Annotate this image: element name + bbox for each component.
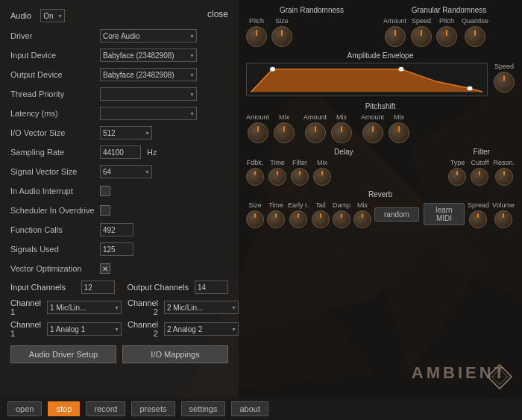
channel2b-select[interactable]: 2 Analog 2 (164, 322, 239, 336)
latency-label: Latency (ms) (10, 109, 100, 118)
delay-mix-label: Mix (317, 159, 327, 166)
audio-on-control: Audio On Off (10, 9, 65, 22)
input-channels-input[interactable] (81, 280, 115, 294)
filter-type-knob[interactable] (448, 168, 466, 186)
reverb-early-knob[interactable] (289, 210, 307, 228)
driver-select[interactable]: Core Audio (100, 29, 197, 43)
gran-amount-knob[interactable] (385, 26, 406, 47)
gran-amount-label: Amount (383, 17, 406, 25)
filter-cutoff-knob[interactable] (471, 168, 488, 186)
random-button[interactable]: random (374, 207, 419, 222)
reverb-time-label: Time (268, 201, 283, 209)
envelope-speed-knob[interactable] (494, 72, 515, 93)
delay-fdbk-group: Fdbk. (246, 159, 264, 186)
amplitude-envelope-title: Amplitude Envelope (246, 51, 515, 60)
delay-fdbk-label: Fdbk. (247, 159, 264, 166)
signal-vector-select[interactable]: 64 (100, 165, 152, 178)
close-button[interactable]: close (207, 9, 228, 19)
grain-pitch-knob[interactable] (246, 26, 267, 47)
open-button[interactable]: open (7, 401, 42, 416)
gran-quantise-label: Quantise (462, 17, 488, 25)
sampling-rate-input[interactable] (100, 145, 141, 159)
gran-quantise-knob[interactable] (465, 26, 485, 47)
reverb-early-group: Early r. (288, 201, 309, 228)
filter-reson-knob[interactable] (495, 168, 513, 186)
channel1b-select[interactable]: 1 Analog 1 (47, 322, 122, 336)
grain-size-knob[interactable] (271, 26, 292, 47)
ps-mix1-knob[interactable] (274, 122, 295, 143)
reverb-time-group: Time (267, 201, 285, 228)
ps-mix3-knob[interactable] (389, 122, 409, 143)
audio-label: Audio (10, 11, 31, 20)
record-button[interactable]: record (86, 401, 125, 416)
about-button[interactable]: about (231, 401, 268, 416)
delay-mix-group: Mix (313, 159, 331, 186)
gran-quantise-group: Quantise (462, 17, 488, 47)
thread-priority-select[interactable] (100, 87, 197, 101)
reverb-spread-label: Spread (468, 201, 489, 209)
audio-on-select[interactable]: On Off (40, 9, 65, 22)
reverb-mix-label: Mix (357, 201, 368, 209)
grain-size-group: Size (271, 17, 292, 47)
grain-randomness-section: Grain Randomness Pitch Size (246, 6, 377, 47)
ps-amount1-knob[interactable] (248, 122, 268, 143)
input-device-select[interactable]: Babyface (23482908) (100, 48, 197, 62)
function-calls-input[interactable] (100, 223, 133, 236)
reverb-spread-knob[interactable] (469, 210, 487, 228)
in-audio-interrupt-label: In Audio Interrupt (10, 187, 100, 195)
driver-setup-button[interactable]: Audio Driver Setup (10, 345, 116, 363)
ps-amount2-group: Amount (304, 113, 327, 143)
io-vector-select[interactable]: 512 (100, 126, 152, 140)
filter-type-group: Type (448, 159, 466, 186)
reverb-size-knob[interactable] (246, 210, 264, 228)
reverb-damp-knob[interactable] (333, 210, 350, 228)
settings-button[interactable]: settings (181, 401, 226, 416)
delay-filter-label: Filter (292, 159, 307, 166)
delay-filter-knob[interactable] (291, 168, 309, 186)
audio-panel: Audio On Off close Driver Core Audio (0, 0, 239, 398)
vector-opt-checkbox[interactable]: ✕ (100, 263, 110, 274)
learn-midi-button[interactable]: learn MIDI (424, 203, 465, 225)
gran-pitch-label: Pitch (439, 17, 454, 25)
reverb-time-knob[interactable] (267, 210, 285, 228)
function-calls-label: Function Calls (10, 225, 100, 234)
signal-vector-label: Signal Vector Size (10, 167, 100, 176)
channel2-select[interactable]: 2 Mic/Lin... (164, 301, 239, 314)
delay-time-knob[interactable] (268, 168, 286, 186)
granular-randomness-title: Granular Randomness (383, 6, 515, 14)
delay-title: Delay (246, 148, 441, 156)
reverb-volume-label: Volume (492, 201, 515, 209)
latency-select[interactable] (100, 107, 197, 120)
input-device-label: Input Device (10, 51, 100, 60)
io-mappings-button[interactable]: I/O Mappings (122, 345, 228, 363)
signals-used-input[interactable] (100, 242, 133, 256)
output-device-select[interactable]: Babyface (23482908) (100, 68, 197, 81)
channel1-select[interactable]: 1 Mic/Lin... (47, 301, 122, 314)
ps-mix2-knob[interactable] (331, 122, 352, 143)
envelope-speed-label: Speed (494, 63, 514, 70)
gran-speed-knob[interactable] (411, 26, 432, 47)
ps-mix3-group: Mix (389, 113, 409, 143)
in-audio-interrupt-checkbox[interactable] (100, 186, 110, 196)
delay-filter-group: Filter (291, 159, 309, 186)
gran-pitch-knob[interactable] (436, 26, 457, 47)
gran-speed-label: Speed (412, 17, 431, 25)
ps-amount2-knob[interactable] (305, 122, 326, 143)
delay-fdbk-knob[interactable] (246, 168, 264, 186)
delay-time-group: Time (268, 159, 286, 186)
presets-button[interactable]: presets (131, 401, 174, 416)
sampling-rate-label: Sampling Rate (10, 148, 100, 157)
grain-size-label: Size (275, 17, 289, 25)
stop-button[interactable]: stop (48, 401, 80, 416)
reverb-tail-knob[interactable] (312, 210, 330, 228)
scheduler-overdrive-checkbox[interactable] (100, 205, 110, 216)
reverb-volume-knob[interactable] (494, 210, 512, 228)
delay-mix-knob[interactable] (313, 168, 331, 186)
pitchshift-title: Pitchshift (246, 102, 515, 110)
channel1b-label: Channel 1 (10, 320, 41, 338)
ps-amount3-knob[interactable] (362, 122, 383, 143)
reverb-mix-knob[interactable] (353, 210, 371, 228)
output-channels-input[interactable] (195, 280, 228, 294)
amplitude-envelope-section: Amplitude Envelope (246, 51, 515, 98)
grain-pitch-label: Pitch (249, 17, 264, 25)
